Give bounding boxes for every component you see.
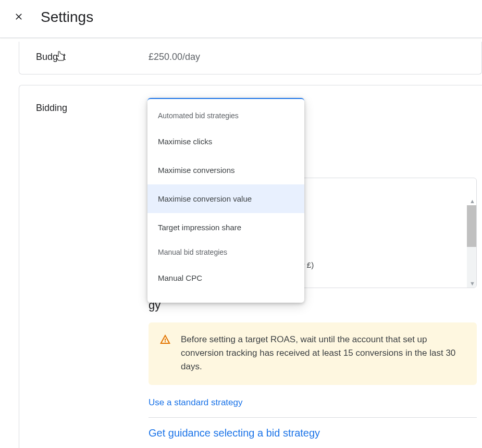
scroll-up-icon[interactable]: ▲ [469,198,475,204]
page-title: Settings [41,9,93,26]
dropdown-item-target-impression-share[interactable]: Target impression share [147,213,304,242]
divider [149,417,477,418]
dropdown-item-manual-cpc[interactable]: Manual CPC [147,264,304,292]
scrollbar-thumb[interactable] [467,205,476,247]
dropdown-group-automated: Automated bid strategies [147,105,304,127]
bidding-label: Bidding [36,102,149,114]
dropdown-item-maximise-conversion-value[interactable]: Maximise conversion value [147,184,304,213]
roas-warning: Before setting a target ROAS, wait until… [149,322,477,385]
dropdown-group-manual: Manual bid strategies [147,242,304,264]
warning-icon [159,333,171,374]
use-standard-strategy-link[interactable]: Use a standard strategy [149,397,242,407]
page-header: Settings [0,0,482,38]
budget-value: £250.00/day [149,52,200,63]
scrollbar-track[interactable] [467,205,476,288]
guidance-link[interactable]: Get guidance selecting a bid strategy [149,427,320,439]
budget-label: Budget [36,52,149,63]
bid-strategy-dropdown: Automated bid strategies Maximise clicks… [147,98,304,303]
dropdown-item-maximise-conversions[interactable]: Maximise conversions [147,156,304,184]
dropdown-item-maximise-clicks[interactable]: Maximise clicks [147,127,304,156]
close-button[interactable] [14,11,24,23]
close-icon [14,11,24,23]
scroll-down-icon[interactable]: ▼ [469,280,475,287]
budget-row[interactable]: Budget £250.00/day [19,42,482,74]
warning-text: Before setting a target ROAS, wait until… [181,333,465,374]
